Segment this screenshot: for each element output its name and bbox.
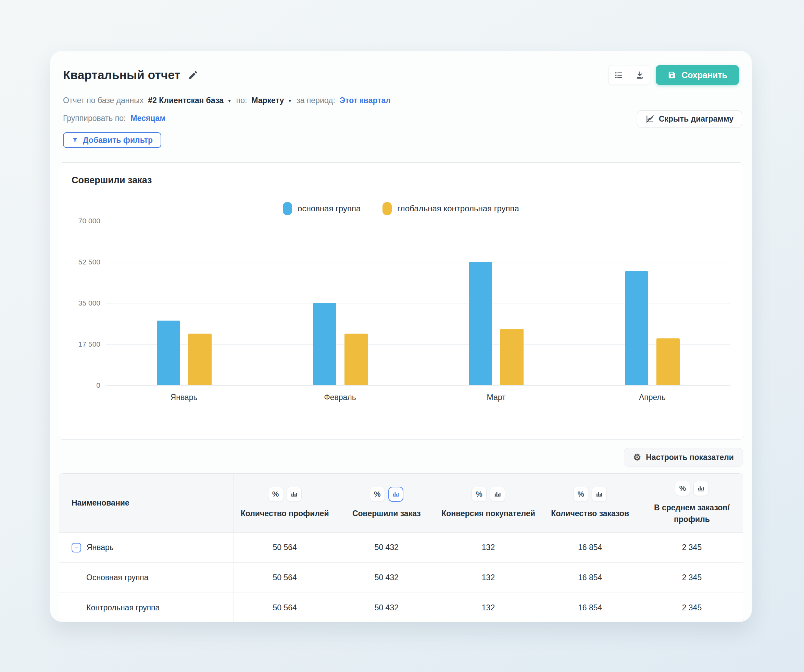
y-tick: 52 500 <box>78 258 100 266</box>
metric-column-header: %Конверсия покупателей <box>437 474 539 532</box>
chart-legend: основная группаглобальная контрольная гр… <box>72 202 730 216</box>
collapse-row-button[interactable]: − <box>72 543 81 553</box>
download-button[interactable] <box>629 65 650 85</box>
legend-label: основная группа <box>297 204 361 213</box>
bar <box>657 338 680 385</box>
metric-column-header: %Количество профилей <box>234 474 335 532</box>
add-filter-button[interactable]: Добавить фильтр <box>63 132 161 148</box>
metric-column-label: Совершили заказ <box>352 508 421 519</box>
period-link[interactable]: Этот квартал <box>340 96 391 105</box>
table-header-row: Наименование %Количество профилей%Соверш… <box>59 474 743 533</box>
bar <box>313 303 336 385</box>
database-select[interactable]: #2 Клиентская база ▼ <box>148 96 232 105</box>
hide-chart-label: Скрыть диаграмму <box>659 114 734 124</box>
table-row: Основная группа50 56450 43213216 8542 34… <box>59 563 743 593</box>
filter-row: Отчет по базе данных #2 Клиентская база … <box>59 95 743 106</box>
chart-toggle-button[interactable] <box>693 481 708 496</box>
metric-column-header: %В среднем заказов/ профиль <box>641 474 743 532</box>
bar-group <box>418 221 575 385</box>
database-value: #2 Клиентская база <box>148 96 224 105</box>
x-axis-label: Январь <box>106 393 262 402</box>
list-view-button[interactable] <box>608 65 629 85</box>
by-select[interactable]: Маркету ▼ <box>251 96 292 105</box>
bar-chart-icon <box>392 491 400 498</box>
value-cell: 16 854 <box>539 533 641 562</box>
percent-toggle-button[interactable]: % <box>370 487 385 502</box>
database-label: Отчет по базе данных <box>63 96 144 105</box>
bar <box>500 329 524 385</box>
value-cell: 132 <box>437 563 539 592</box>
bar-chart-icon <box>697 485 705 492</box>
bar-group <box>106 221 262 385</box>
row-values: 50 56450 43213216 8542 345 <box>234 533 743 562</box>
row-values: 50 56450 43213216 8542 345 <box>234 563 743 592</box>
value-cell: 132 <box>437 533 539 562</box>
bar-chart-icon <box>494 491 501 498</box>
bar <box>469 262 492 385</box>
metric-toggle-group: % <box>573 487 607 502</box>
value-cell: 50 564 <box>234 593 335 622</box>
page-title: Квартальный отчет <box>63 68 180 82</box>
download-icon <box>635 70 644 80</box>
y-tick: 70 000 <box>78 217 100 225</box>
legend-color-chip <box>283 202 292 215</box>
pencil-icon <box>188 70 198 80</box>
bar <box>625 271 648 385</box>
table-row: −Январь50 56450 43213216 8542 345 <box>59 533 743 563</box>
y-tick: 35 000 <box>78 299 100 307</box>
percent-toggle-button[interactable]: % <box>675 481 690 496</box>
value-cell: 50 432 <box>335 593 437 622</box>
plot-area <box>106 221 730 385</box>
chart-panel: Совершили заказ основная группаглобальна… <box>59 162 743 440</box>
configure-metrics-button[interactable]: ⚙ Настроить показатели <box>624 448 743 466</box>
chart-toggle-button[interactable] <box>287 487 302 502</box>
bar-groups <box>106 221 730 385</box>
legend-item[interactable]: глобальная контрольная группа <box>382 202 519 215</box>
save-button[interactable]: Сохранить <box>656 65 739 85</box>
value-cell: 50 432 <box>335 563 437 592</box>
caret-down-icon: ▼ <box>288 98 292 103</box>
chart-toggle-button[interactable] <box>592 487 607 502</box>
x-axis-labels: ЯнварьФевральМартАпрель <box>106 393 730 402</box>
x-axis-label: Март <box>418 393 574 402</box>
chart-slash-icon <box>645 114 654 123</box>
row-name-label: Контрольная группа <box>86 603 160 612</box>
view-actions-group <box>608 65 650 85</box>
metric-column-label: Количество профилей <box>241 508 329 519</box>
chart-toggle-button[interactable] <box>388 487 404 502</box>
configure-metrics-label: Настроить показатели <box>646 453 734 462</box>
caret-down-icon: ▼ <box>227 98 232 103</box>
bar-chart-icon <box>595 491 603 498</box>
hide-chart-button[interactable]: Скрыть диаграмму <box>637 110 742 128</box>
legend-item[interactable]: основная группа <box>283 202 361 215</box>
row-name-label: Январь <box>87 543 114 552</box>
metric-toggle-group: % <box>472 487 505 502</box>
card-header: Квартальный отчет <box>59 65 743 85</box>
edit-title-icon[interactable] <box>187 69 199 81</box>
y-tick: 17 500 <box>78 340 100 348</box>
value-cell: 132 <box>437 593 539 622</box>
chart-toggle-button[interactable] <box>490 487 505 502</box>
y-axis: 70 000 52 500 35 000 17 500 0 <box>72 221 106 385</box>
metric-column-label: Конверсия покупателей <box>441 508 535 519</box>
percent-toggle-button[interactable]: % <box>472 487 487 502</box>
metric-column-header: %Количество заказов <box>539 474 641 532</box>
percent-toggle-button[interactable]: % <box>573 487 588 502</box>
row-values: 50 56450 43213216 8542 345 <box>234 593 743 622</box>
group-by-link[interactable]: Месяцам <box>131 114 165 123</box>
metric-headers: %Количество профилей%Совершили заказ%Кон… <box>234 474 743 532</box>
bar <box>188 334 212 385</box>
bar <box>345 334 368 385</box>
value-cell: 50 432 <box>335 533 437 562</box>
add-filter-row: Добавить фильтр <box>59 132 743 148</box>
report-table: Наименование %Количество профилей%Соверш… <box>59 473 743 622</box>
bar <box>157 320 180 385</box>
add-filter-label: Добавить фильтр <box>83 136 153 145</box>
value-cell: 16 854 <box>539 593 641 622</box>
percent-toggle-button[interactable]: % <box>268 487 283 502</box>
metric-column-label: В среднем заказов/ профиль <box>654 502 730 525</box>
value-cell: 2 345 <box>641 563 743 592</box>
by-label: по: <box>236 96 247 105</box>
gridline <box>106 385 730 386</box>
chart-title: Совершили заказ <box>72 174 730 186</box>
